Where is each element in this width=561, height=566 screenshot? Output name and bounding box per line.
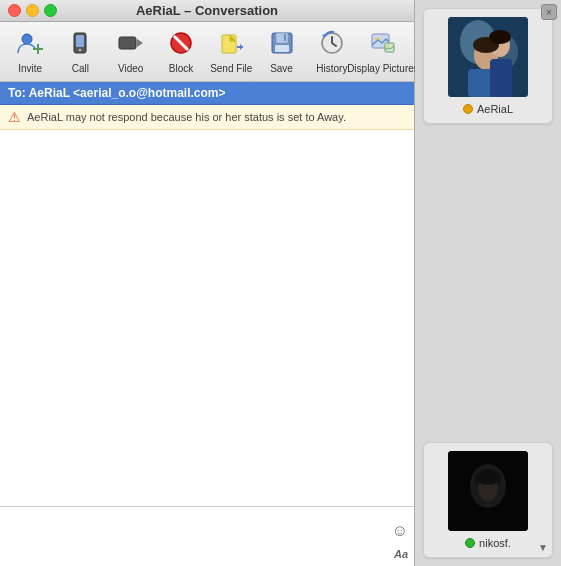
- svg-marker-13: [240, 44, 243, 50]
- nikosf-avatar: [448, 451, 528, 531]
- video-icon: [117, 29, 145, 61]
- invite-button[interactable]: Invite: [6, 26, 54, 78]
- svg-rect-17: [284, 34, 286, 41]
- to-field: To: AeRiaL <aerial_o.o@hotmail.com>: [0, 82, 414, 105]
- send-file-button[interactable]: Send File: [207, 26, 255, 78]
- svg-rect-4: [76, 35, 84, 47]
- svg-marker-7: [137, 39, 143, 47]
- chat-area: [0, 130, 414, 506]
- save-button[interactable]: Save: [257, 26, 305, 78]
- aerial-status-dot: [463, 104, 473, 114]
- video-label: Video: [118, 63, 143, 74]
- call-label: Call: [72, 63, 89, 74]
- minimize-button[interactable]: [26, 4, 39, 17]
- display-pictures-sidebar: × AeRiaL: [415, 0, 561, 566]
- to-field-text: To: AeRiaL <aerial_o.o@hotmail.com>: [8, 86, 226, 100]
- send-file-icon: [217, 29, 245, 61]
- svg-point-5: [79, 49, 82, 52]
- nikosf-status-dot: [465, 538, 475, 548]
- toolbar: Invite Call Video: [0, 22, 414, 82]
- invite-label: Invite: [18, 63, 42, 74]
- block-icon: [167, 29, 195, 61]
- svg-rect-32: [468, 69, 493, 97]
- font-button[interactable]: Aa: [394, 548, 408, 560]
- input-area: ☺ Aa: [0, 506, 414, 566]
- expand-arrow-icon[interactable]: ▼: [538, 542, 548, 553]
- svg-rect-15: [276, 33, 288, 43]
- block-label: Block: [169, 63, 193, 74]
- save-label: Save: [270, 63, 293, 74]
- svg-point-39: [476, 469, 500, 485]
- video-button[interactable]: Video: [107, 26, 155, 78]
- call-icon: [66, 29, 94, 61]
- svg-point-31: [489, 30, 511, 44]
- title-bar: AeRiaL – Conversation: [0, 0, 414, 22]
- display-pictures-label: Display Pictures: [347, 63, 419, 74]
- status-warning-text: AeRiaL may not respond because his or he…: [27, 111, 346, 123]
- warning-icon: ⚠: [8, 109, 21, 125]
- close-button[interactable]: [8, 4, 21, 17]
- aerial-avatar: [448, 17, 528, 97]
- block-button[interactable]: Block: [157, 26, 205, 78]
- nikosf-name: nikosf.: [479, 537, 511, 549]
- maximize-button[interactable]: [44, 4, 57, 17]
- display-pictures-icon: [369, 29, 397, 61]
- history-icon: [318, 29, 346, 61]
- message-input[interactable]: [6, 511, 384, 562]
- contact-card-aerial: AeRiaL: [423, 8, 553, 124]
- send-file-label: Send File: [210, 63, 252, 74]
- call-button[interactable]: Call: [56, 26, 104, 78]
- svg-point-0: [22, 34, 32, 44]
- display-pictures-button[interactable]: Display Pictures: [358, 26, 408, 78]
- window-controls: [8, 4, 57, 17]
- status-warning-bar: ⚠ AeRiaL may not respond because his or …: [0, 105, 414, 130]
- svg-rect-16: [275, 45, 289, 52]
- emoji-button[interactable]: ☺: [392, 522, 408, 540]
- svg-point-23: [386, 45, 389, 48]
- main-conversation-window: AeRiaL – Conversation Invite: [0, 0, 415, 566]
- sidebar-spacer: [415, 128, 561, 438]
- nikosf-name-row: nikosf.: [465, 537, 511, 549]
- aerial-name: AeRiaL: [477, 103, 513, 115]
- history-label: History: [316, 63, 347, 74]
- aerial-name-row: AeRiaL: [463, 103, 513, 115]
- invite-icon: [16, 29, 44, 61]
- window-title: AeRiaL – Conversation: [136, 3, 278, 18]
- contact-card-nikosf: nikosf. ▼: [423, 442, 553, 558]
- sidebar-close-button[interactable]: ×: [541, 4, 557, 20]
- save-icon: [268, 29, 296, 61]
- svg-rect-33: [490, 59, 512, 97]
- svg-rect-6: [119, 37, 136, 49]
